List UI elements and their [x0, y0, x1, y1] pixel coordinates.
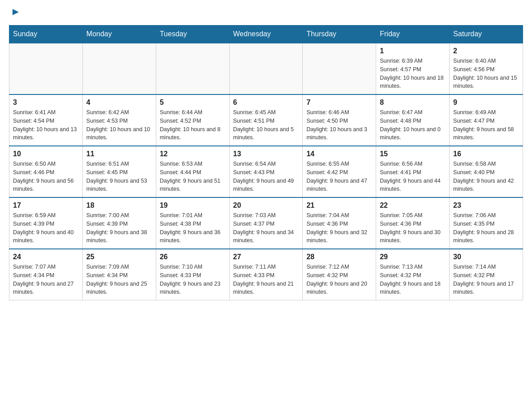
day-number: 27 [233, 253, 299, 261]
calendar-cell [303, 43, 376, 94]
calendar-cell: 29Sunrise: 7:13 AMSunset: 4:32 PMDayligh… [376, 249, 450, 300]
calendar-cell: 8Sunrise: 6:47 AMSunset: 4:48 PMDaylight… [376, 94, 450, 146]
day-number: 24 [13, 253, 79, 261]
week-row-4: 17Sunrise: 6:59 AMSunset: 4:39 PMDayligh… [9, 197, 523, 249]
day-sun-info: Sunrise: 6:49 AMSunset: 4:47 PMDaylight:… [453, 108, 519, 142]
calendar-cell: 22Sunrise: 7:05 AMSunset: 4:36 PMDayligh… [376, 197, 450, 249]
day-number: 6 [233, 98, 299, 107]
column-header-friday: Friday [376, 26, 450, 43]
day-number: 26 [160, 253, 226, 261]
week-row-3: 10Sunrise: 6:50 AMSunset: 4:46 PMDayligh… [9, 146, 523, 197]
svg-marker-0 [13, 9, 19, 15]
calendar-cell: 24Sunrise: 7:07 AMSunset: 4:34 PMDayligh… [9, 249, 83, 300]
calendar-header-row: SundayMondayTuesdayWednesdayThursdayFrid… [9, 26, 523, 43]
day-number: 15 [380, 150, 446, 158]
day-sun-info: Sunrise: 6:50 AMSunset: 4:46 PMDaylight:… [13, 160, 79, 193]
day-sun-info: Sunrise: 7:03 AMSunset: 4:37 PMDaylight:… [233, 211, 299, 245]
calendar-cell [229, 43, 303, 94]
day-sun-info: Sunrise: 6:44 AMSunset: 4:52 PMDaylight:… [160, 108, 226, 142]
day-number: 4 [86, 98, 152, 107]
calendar-cell [82, 43, 156, 94]
calendar-cell: 14Sunrise: 6:55 AMSunset: 4:42 PMDayligh… [303, 146, 376, 197]
day-sun-info: Sunrise: 6:39 AMSunset: 4:57 PMDaylight:… [380, 57, 446, 90]
calendar-cell: 2Sunrise: 6:40 AMSunset: 4:56 PMDaylight… [450, 43, 523, 94]
calendar-cell: 7Sunrise: 6:46 AMSunset: 4:50 PMDaylight… [303, 94, 376, 146]
day-sun-info: Sunrise: 6:47 AMSunset: 4:48 PMDaylight:… [380, 108, 446, 142]
day-sun-info: Sunrise: 7:14 AMSunset: 4:32 PMDaylight:… [453, 263, 519, 296]
day-number: 29 [380, 253, 446, 261]
day-number: 19 [160, 201, 226, 210]
calendar-table: SundayMondayTuesdayWednesdayThursdayFrid… [9, 25, 523, 300]
day-number: 3 [13, 98, 79, 107]
day-number: 1 [380, 47, 446, 55]
calendar-cell: 5Sunrise: 6:44 AMSunset: 4:52 PMDaylight… [156, 94, 229, 146]
day-sun-info: Sunrise: 7:06 AMSunset: 4:35 PMDaylight:… [453, 211, 519, 245]
calendar-cell: 12Sunrise: 6:53 AMSunset: 4:44 PMDayligh… [156, 146, 229, 197]
calendar-cell: 10Sunrise: 6:50 AMSunset: 4:46 PMDayligh… [9, 146, 83, 197]
day-sun-info: Sunrise: 6:41 AMSunset: 4:54 PMDaylight:… [13, 108, 79, 142]
day-number: 14 [306, 150, 372, 158]
calendar-cell: 26Sunrise: 7:10 AMSunset: 4:33 PMDayligh… [156, 249, 229, 300]
calendar-cell: 6Sunrise: 6:45 AMSunset: 4:51 PMDaylight… [229, 94, 303, 146]
day-number: 5 [160, 98, 226, 107]
day-sun-info: Sunrise: 6:53 AMSunset: 4:44 PMDaylight:… [160, 160, 226, 193]
calendar-cell: 23Sunrise: 7:06 AMSunset: 4:35 PMDayligh… [450, 197, 523, 249]
day-sun-info: Sunrise: 6:58 AMSunset: 4:40 PMDaylight:… [453, 160, 519, 193]
calendar-cell: 13Sunrise: 6:54 AMSunset: 4:43 PMDayligh… [229, 146, 303, 197]
day-number: 23 [453, 201, 519, 210]
day-sun-info: Sunrise: 6:55 AMSunset: 4:42 PMDaylight:… [306, 160, 372, 193]
day-sun-info: Sunrise: 6:40 AMSunset: 4:56 PMDaylight:… [453, 57, 519, 90]
column-header-saturday: Saturday [450, 26, 523, 43]
calendar-cell: 9Sunrise: 6:49 AMSunset: 4:47 PMDaylight… [450, 94, 523, 146]
day-number: 7 [306, 98, 372, 107]
day-number: 18 [86, 201, 152, 210]
day-sun-info: Sunrise: 7:05 AMSunset: 4:36 PMDaylight:… [380, 211, 446, 245]
week-row-1: 1Sunrise: 6:39 AMSunset: 4:57 PMDaylight… [9, 43, 523, 94]
day-sun-info: Sunrise: 7:00 AMSunset: 4:39 PMDaylight:… [86, 211, 152, 245]
week-row-5: 24Sunrise: 7:07 AMSunset: 4:34 PMDayligh… [9, 249, 523, 300]
day-sun-info: Sunrise: 6:56 AMSunset: 4:41 PMDaylight:… [380, 160, 446, 193]
calendar-cell [9, 43, 83, 94]
calendar-cell: 3Sunrise: 6:41 AMSunset: 4:54 PMDaylight… [9, 94, 83, 146]
day-number: 28 [306, 253, 372, 261]
day-number: 2 [453, 47, 519, 55]
day-number: 9 [453, 98, 519, 107]
day-number: 10 [13, 150, 79, 158]
day-number: 12 [160, 150, 226, 158]
day-number: 20 [233, 201, 299, 210]
day-number: 21 [306, 201, 372, 210]
calendar-cell: 19Sunrise: 7:01 AMSunset: 4:38 PMDayligh… [156, 197, 229, 249]
calendar-cell: 27Sunrise: 7:11 AMSunset: 4:33 PMDayligh… [229, 249, 303, 300]
calendar-cell: 17Sunrise: 6:59 AMSunset: 4:39 PMDayligh… [9, 197, 83, 249]
column-header-sunday: Sunday [9, 26, 83, 43]
day-sun-info: Sunrise: 6:51 AMSunset: 4:45 PMDaylight:… [86, 160, 152, 193]
day-sun-info: Sunrise: 6:42 AMSunset: 4:53 PMDaylight:… [86, 108, 152, 142]
column-header-thursday: Thursday [303, 26, 376, 43]
week-row-2: 3Sunrise: 6:41 AMSunset: 4:54 PMDaylight… [9, 94, 523, 146]
day-number: 8 [380, 98, 446, 107]
page-header [9, 9, 523, 16]
calendar-cell: 25Sunrise: 7:09 AMSunset: 4:34 PMDayligh… [82, 249, 156, 300]
day-number: 17 [13, 201, 79, 210]
day-sun-info: Sunrise: 7:07 AMSunset: 4:34 PMDaylight:… [13, 263, 79, 296]
day-sun-info: Sunrise: 7:09 AMSunset: 4:34 PMDaylight:… [86, 263, 152, 296]
calendar-cell: 30Sunrise: 7:14 AMSunset: 4:32 PMDayligh… [450, 249, 523, 300]
day-sun-info: Sunrise: 6:46 AMSunset: 4:50 PMDaylight:… [306, 108, 372, 142]
day-number: 22 [380, 201, 446, 210]
column-header-tuesday: Tuesday [156, 26, 229, 43]
logo [9, 9, 21, 16]
day-sun-info: Sunrise: 7:12 AMSunset: 4:32 PMDaylight:… [306, 263, 372, 296]
calendar-cell: 15Sunrise: 6:56 AMSunset: 4:41 PMDayligh… [376, 146, 450, 197]
calendar-cell: 4Sunrise: 6:42 AMSunset: 4:53 PMDaylight… [82, 94, 156, 146]
day-sun-info: Sunrise: 7:01 AMSunset: 4:38 PMDaylight:… [160, 211, 226, 245]
calendar-cell [156, 43, 229, 94]
column-header-wednesday: Wednesday [229, 26, 303, 43]
column-header-monday: Monday [82, 26, 156, 43]
day-sun-info: Sunrise: 7:04 AMSunset: 4:36 PMDaylight:… [306, 211, 372, 245]
day-sun-info: Sunrise: 6:59 AMSunset: 4:39 PMDaylight:… [13, 211, 79, 245]
calendar-cell: 20Sunrise: 7:03 AMSunset: 4:37 PMDayligh… [229, 197, 303, 249]
day-number: 16 [453, 150, 519, 158]
day-sun-info: Sunrise: 7:10 AMSunset: 4:33 PMDaylight:… [160, 263, 226, 296]
day-sun-info: Sunrise: 7:13 AMSunset: 4:32 PMDaylight:… [380, 263, 446, 296]
calendar-cell: 11Sunrise: 6:51 AMSunset: 4:45 PMDayligh… [82, 146, 156, 197]
